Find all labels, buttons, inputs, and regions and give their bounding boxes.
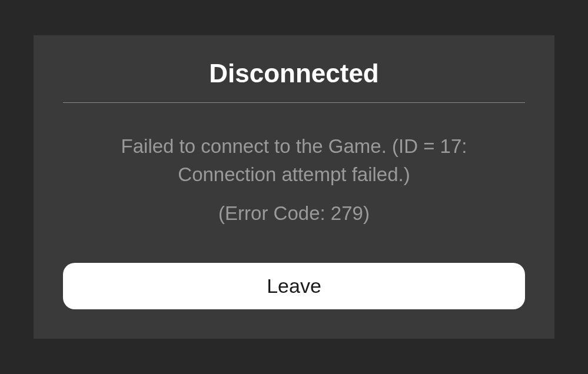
dialog-message: Failed to connect to the Game. (ID = 17:… (88, 132, 500, 189)
leave-button[interactable]: Leave (63, 263, 525, 309)
divider (63, 102, 525, 103)
dialog-title: Disconnected (209, 59, 379, 88)
disconnect-dialog: Disconnected Failed to connect to the Ga… (34, 35, 554, 339)
dialog-error-code: (Error Code: 279) (218, 199, 370, 228)
